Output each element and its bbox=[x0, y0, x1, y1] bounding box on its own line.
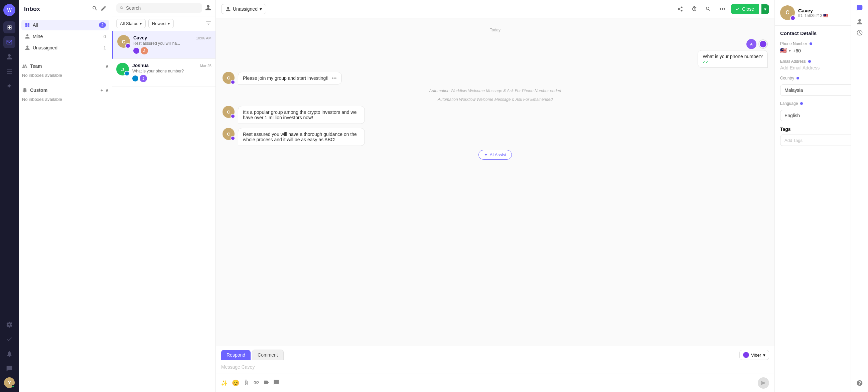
nav-icon-inbox[interactable] bbox=[3, 36, 16, 48]
msg-text-right-1: What is your phone number? ✓✓ bbox=[698, 50, 768, 68]
email-value[interactable]: Add Email Address bbox=[780, 65, 863, 70]
phone-code: +60 bbox=[793, 48, 801, 54]
phone-value[interactable]: 🇲🇾 ▾ +60 bbox=[780, 47, 863, 54]
channel-selector[interactable]: Viber ▾ bbox=[739, 350, 769, 360]
contact-avatar: C bbox=[780, 5, 795, 20]
svg-point-5 bbox=[678, 8, 680, 10]
viber-avatar-right bbox=[758, 39, 768, 49]
phone-dropdown-arrow[interactable]: ▾ bbox=[789, 48, 791, 53]
compose-icon[interactable] bbox=[100, 5, 106, 13]
close-button[interactable]: Close bbox=[731, 4, 759, 14]
chat-header-actions: ••• Close ▾ bbox=[675, 3, 769, 15]
sort-filter-chevron: ▾ bbox=[168, 21, 170, 26]
svg-rect-0 bbox=[25, 23, 27, 25]
nav-icon-notifications[interactable] bbox=[3, 348, 16, 360]
more-options-icon[interactable]: ••• bbox=[717, 3, 728, 15]
custom-section-header[interactable]: Custom + ∧ bbox=[19, 85, 112, 96]
nav-icon-campaigns[interactable] bbox=[3, 80, 16, 92]
tags-dropdown[interactable]: Add Tags ▾ bbox=[780, 135, 863, 146]
nav-icon-chat[interactable] bbox=[3, 363, 16, 374]
share-icon[interactable] bbox=[675, 3, 686, 15]
right-nav-clock-icon[interactable] bbox=[856, 29, 863, 37]
send-button[interactable] bbox=[758, 377, 769, 389]
custom-no-inbox: No inboxes available bbox=[19, 96, 112, 103]
unassigned-count: 1 bbox=[103, 45, 106, 51]
emoji-icon[interactable]: 😊 bbox=[232, 379, 239, 387]
sort-filter[interactable]: Newest ▾ bbox=[148, 19, 174, 28]
conv-preview-cavey: Rest assured you will ha... bbox=[133, 41, 212, 46]
status-filter[interactable]: All Status ▾ bbox=[116, 19, 146, 28]
ai-assist-label: AI Assist bbox=[490, 152, 506, 157]
sparkle-icon[interactable]: ✨ bbox=[221, 380, 228, 386]
conv-body-joshua: Joshua Mar 25 What is your phone number?… bbox=[132, 63, 212, 82]
date-divider: Today bbox=[222, 28, 768, 32]
nav-icon-settings[interactable] bbox=[3, 319, 16, 331]
search-chat-icon[interactable] bbox=[703, 3, 714, 15]
svg-point-6 bbox=[681, 10, 683, 12]
assign-button[interactable]: Unassigned ▾ bbox=[221, 4, 266, 14]
tab-comment[interactable]: Comment bbox=[252, 350, 284, 360]
conv-item-joshua[interactable]: J Joshua Mar 25 What is your phone numbe… bbox=[112, 59, 216, 87]
team-chevron-icon: ∧ bbox=[105, 63, 108, 69]
svg-rect-1 bbox=[28, 23, 29, 25]
viber-channel-icon-cavey bbox=[133, 48, 139, 54]
conversation-list: All Status ▾ Newest ▾ C Cavey 10:06 AM R… bbox=[112, 0, 216, 392]
timer-icon[interactable] bbox=[689, 3, 700, 15]
team-section-header[interactable]: Team ∧ bbox=[19, 61, 112, 71]
message-left-1: C Please join my group and start investi… bbox=[222, 72, 768, 85]
svg-line-7 bbox=[680, 9, 681, 10]
message-left-3: C Rest assured you will have a thorough … bbox=[222, 128, 768, 146]
nav-icon-check[interactable] bbox=[3, 333, 16, 345]
user-avatar[interactable]: Y bbox=[4, 377, 15, 388]
tags-placeholder: Add Tags bbox=[784, 138, 803, 143]
language-dropdown[interactable]: English ▾ bbox=[780, 110, 863, 121]
conv-icons-joshua: J bbox=[132, 75, 212, 82]
team-label: Team bbox=[30, 63, 42, 69]
right-avatar: A bbox=[746, 39, 756, 49]
country-dropdown[interactable]: Malaysia ▾ bbox=[780, 85, 863, 96]
custom-add-icon[interactable]: + bbox=[100, 88, 103, 93]
sidebar-item-mine[interactable]: Mine 0 bbox=[21, 31, 109, 42]
close-label: Close bbox=[742, 6, 754, 12]
sidebar-item-unassigned[interactable]: Unassigned 1 bbox=[21, 42, 109, 53]
custom-label: Custom bbox=[30, 88, 48, 93]
tab-respond[interactable]: Respond bbox=[221, 350, 251, 360]
filter-icon[interactable] bbox=[206, 20, 212, 27]
divider-team bbox=[22, 58, 108, 58]
conv-item-cavey[interactable]: C Cavey 10:06 AM Rest assured you will h… bbox=[112, 31, 216, 59]
country-label: Country bbox=[780, 76, 863, 80]
status-filter-label: All Status bbox=[120, 21, 138, 26]
right-vertical-nav bbox=[850, 0, 868, 392]
conv-filters: All Status ▾ Newest ▾ bbox=[112, 17, 216, 31]
search-input[interactable] bbox=[126, 5, 199, 11]
svg-line-8 bbox=[680, 8, 681, 9]
search-box[interactable] bbox=[116, 3, 202, 13]
tags-label: Tags bbox=[780, 127, 863, 132]
close-dropdown-button[interactable]: ▾ bbox=[762, 4, 769, 14]
ai-assist-button[interactable]: ✦ AI Assist bbox=[478, 150, 512, 160]
msg-avatar-cavey: C bbox=[222, 72, 235, 84]
right-nav-person-icon[interactable] bbox=[856, 19, 863, 26]
email-info-icon bbox=[808, 60, 811, 63]
message-placeholder: Message Cavey bbox=[221, 364, 255, 370]
sidebar-item-all[interactable]: All 2 bbox=[21, 20, 109, 30]
phone-flag-icon: 🇲🇾 bbox=[780, 47, 787, 54]
nav-icon-reports[interactable] bbox=[3, 65, 16, 77]
label-icon[interactable] bbox=[263, 379, 269, 387]
viber-channel-icon bbox=[743, 352, 749, 358]
chat-input-area: Respond Comment Viber ▾ Message Cavey ✨ … bbox=[216, 346, 774, 392]
sidebar-header-icons bbox=[92, 5, 106, 13]
right-nav-help-icon[interactable] bbox=[856, 380, 863, 387]
nav-icon-contacts[interactable] bbox=[3, 51, 16, 63]
nav-icon-grid[interactable]: ⊞ bbox=[3, 21, 16, 33]
channel-chevron-icon: ▾ bbox=[763, 353, 766, 358]
search-icon[interactable] bbox=[92, 5, 98, 13]
msg-avatar-cavey-3: C bbox=[222, 128, 235, 140]
attachment-icon[interactable] bbox=[243, 379, 249, 387]
canned-response-icon[interactable] bbox=[273, 379, 279, 387]
right-nav-chat-icon[interactable] bbox=[856, 5, 863, 12]
contact-icon[interactable] bbox=[205, 4, 212, 12]
msg-options-icon[interactable]: ••• bbox=[332, 75, 337, 81]
link-icon[interactable] bbox=[253, 379, 259, 387]
contact-name: Cavey bbox=[798, 8, 828, 13]
